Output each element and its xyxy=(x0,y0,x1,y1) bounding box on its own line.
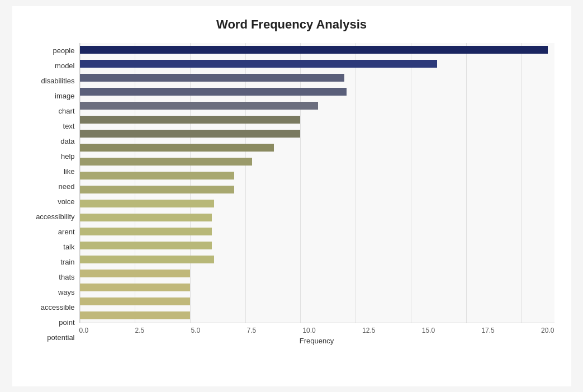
bar-disabilities xyxy=(80,74,345,82)
x-tick: 5.0 xyxy=(191,327,200,334)
bar-row xyxy=(80,85,554,99)
y-label-like: like xyxy=(64,168,75,175)
bar-row xyxy=(80,253,554,267)
x-axis-label: Frequency xyxy=(79,337,554,345)
x-tick: 20.0 xyxy=(541,327,554,334)
x-tick: 15.0 xyxy=(422,327,435,334)
y-label-people: people xyxy=(53,47,74,54)
y-label-chart: chart xyxy=(59,107,75,115)
y-label-accessibility: accessibility xyxy=(36,213,74,220)
y-label-text: text xyxy=(63,122,75,130)
bar-row xyxy=(80,197,554,211)
bar-train xyxy=(80,242,212,250)
bar-row xyxy=(80,127,554,141)
y-label-disabilities: disabilities xyxy=(41,77,75,84)
y-label-arent: arent xyxy=(58,228,75,235)
bar-row xyxy=(80,113,554,127)
y-label-image: image xyxy=(55,92,74,100)
bar-row xyxy=(80,43,554,57)
bar-accessible xyxy=(80,284,190,292)
bar-help xyxy=(80,144,274,152)
y-label-need: need xyxy=(59,183,75,190)
bar-row xyxy=(80,99,554,113)
chart-title: Word Frequency Analysis xyxy=(29,17,554,32)
bar-row xyxy=(80,183,554,197)
y-label-thats: thats xyxy=(59,273,74,281)
y-label-ways: ways xyxy=(58,289,75,296)
bar-row xyxy=(80,155,554,169)
y-label-data: data xyxy=(60,138,74,145)
bar-row xyxy=(80,309,554,323)
y-label-point: point xyxy=(59,319,74,326)
chart-area: peoplemodeldisabilitiesimagecharttextdat… xyxy=(29,43,554,345)
x-tick: 7.5 xyxy=(247,327,256,334)
bar-potential xyxy=(80,311,190,320)
bar-model xyxy=(80,60,438,68)
bar-point xyxy=(80,297,190,306)
y-label-potential: potential xyxy=(47,334,74,341)
bar-accessibility xyxy=(80,200,215,208)
y-label-voice: voice xyxy=(58,198,74,205)
bar-arent xyxy=(80,214,212,222)
x-axis: 0.02.55.07.510.012.515.017.520.0 xyxy=(79,323,554,334)
bar-row xyxy=(80,141,554,155)
bar-image xyxy=(80,88,347,96)
bar-chart xyxy=(80,102,318,110)
y-label-help: help xyxy=(61,153,75,160)
bar-text xyxy=(80,116,301,124)
bars-area xyxy=(79,43,554,323)
bar-thats xyxy=(80,256,215,264)
bar-like xyxy=(80,158,252,166)
bar-data xyxy=(80,130,301,138)
bar-row xyxy=(80,281,554,295)
bar-people xyxy=(80,46,548,54)
bar-row xyxy=(80,239,554,253)
y-labels: peoplemodeldisabilitiesimagecharttextdat… xyxy=(29,43,79,345)
y-label-train: train xyxy=(60,258,74,266)
bar-talk xyxy=(80,228,212,236)
bar-row xyxy=(80,57,554,71)
bar-voice xyxy=(80,186,234,194)
x-tick: 10.0 xyxy=(302,327,315,334)
y-label-model: model xyxy=(55,62,74,69)
x-tick: 17.5 xyxy=(481,327,494,334)
x-tick: 0.0 xyxy=(79,327,89,334)
y-label-talk: talk xyxy=(63,243,74,251)
bar-rows xyxy=(80,43,554,323)
bar-row xyxy=(80,267,554,281)
x-tick: 12.5 xyxy=(362,327,375,334)
bar-row xyxy=(80,211,554,225)
bar-row xyxy=(80,225,554,239)
bar-row xyxy=(80,71,554,85)
bars-and-x: 0.02.55.07.510.012.515.017.520.0 Frequen… xyxy=(79,43,554,345)
bar-row xyxy=(80,295,554,309)
bar-row xyxy=(80,169,554,183)
bar-ways xyxy=(80,270,190,278)
chart-container: Word Frequency Analysis peoplemodeldisab… xyxy=(12,6,571,386)
x-tick: 2.5 xyxy=(135,327,144,334)
bar-need xyxy=(80,172,234,180)
y-label-accessible: accessible xyxy=(41,304,75,311)
